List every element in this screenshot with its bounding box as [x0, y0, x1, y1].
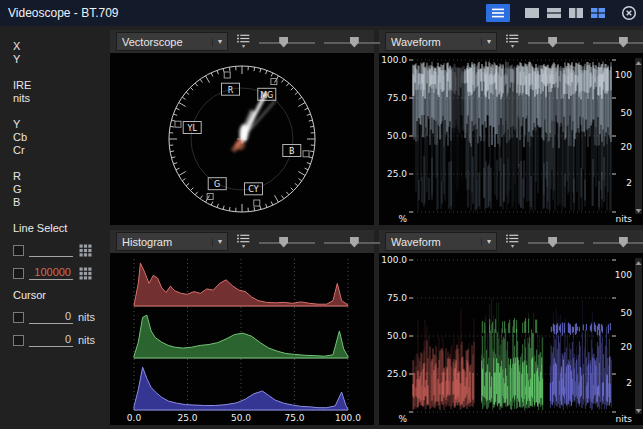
layout-split-vertical-icon	[568, 7, 584, 19]
scope-slider-1[interactable]	[259, 234, 315, 250]
rgb-parade-display: 100.075.050.025.0%10050202nits	[379, 253, 643, 425]
svg-text:50: 50	[621, 108, 633, 118]
waveform-header: Waveform ▾ ▾	[379, 30, 643, 53]
videoscope-window: Videoscope - BT.709	[0, 0, 643, 429]
svg-text:%: %	[398, 214, 407, 224]
scope-type-dropdown[interactable]: Vectorscope ▾	[116, 32, 228, 51]
line-select-grid-button-1[interactable]	[78, 243, 92, 257]
cursor-checkbox-1[interactable]	[13, 312, 24, 323]
titlebar-buttons	[486, 4, 637, 22]
histogram-header: Histogram ▾ ▾	[110, 230, 374, 253]
slider-thumb[interactable]	[279, 237, 288, 248]
cursor-value-2[interactable]: 0	[29, 333, 73, 347]
svg-text:B: B	[289, 147, 295, 156]
layout-single-button[interactable]	[523, 6, 541, 20]
titlebar: Videoscope - BT.709	[0, 0, 643, 26]
panel-vectorscope: Vectorscope ▾ ▾ RMGBCYGYL	[110, 30, 374, 225]
svg-text:75.0: 75.0	[387, 293, 407, 303]
menu-button[interactable]	[486, 4, 510, 22]
slider-thumb[interactable]	[350, 37, 359, 48]
dropdown-label: Waveform	[391, 236, 481, 248]
svg-text:2: 2	[626, 178, 632, 188]
layout-single-icon	[524, 7, 540, 19]
scope-slider-1[interactable]	[259, 34, 315, 50]
cursor-unit-1: nits	[78, 311, 95, 323]
slider-thumb[interactable]	[548, 237, 557, 248]
window-title: Videoscope - BT.709	[8, 6, 486, 20]
svg-text:50.0: 50.0	[387, 131, 407, 141]
label-x: X	[13, 40, 108, 53]
scope-options-button[interactable]: ▾	[506, 234, 519, 249]
line-select-checkbox-2[interactable]	[13, 268, 24, 279]
panel-waveform-parade: Waveform ▾ ▾ 100.075.050.025.0%10050202n…	[379, 230, 643, 425]
svg-text:75.0: 75.0	[284, 413, 304, 423]
svg-text:R: R	[228, 86, 234, 95]
scope-options-button[interactable]: ▾	[237, 34, 250, 49]
line-select-row-2: 100000	[13, 266, 108, 280]
cursor-row-1: 0 nits	[13, 310, 108, 324]
line-select-value-2[interactable]: 100000	[29, 266, 73, 280]
svg-text:100: 100	[615, 70, 632, 80]
waveform-display: 100.075.050.025.0%10050202nits	[379, 53, 643, 225]
label-y: Y	[13, 53, 108, 66]
ycbcr-readout: Y Cb Cr	[13, 118, 108, 157]
svg-text:nits: nits	[616, 214, 633, 224]
scope-slider-1[interactable]	[528, 234, 584, 250]
scope-slider-2[interactable]	[593, 34, 643, 50]
slider-thumb[interactable]	[350, 237, 359, 248]
coordinate-readout: X Y	[13, 40, 108, 66]
chevron-down-icon: ▾	[242, 44, 245, 49]
list-options-icon	[506, 34, 519, 43]
grid-picker-icon	[79, 267, 92, 280]
line-select-grid-button-2[interactable]	[78, 266, 92, 280]
svg-text:100.0: 100.0	[381, 55, 407, 65]
chevron-down-icon: ▾	[481, 38, 491, 46]
label-cr: Cr	[13, 144, 108, 157]
scope-type-dropdown[interactable]: Waveform ▾	[385, 32, 497, 51]
scope-options-button[interactable]: ▾	[506, 34, 519, 49]
layout-button-group	[523, 6, 607, 20]
label-luma: Y	[13, 118, 108, 131]
cursor-unit-2: nits	[78, 334, 95, 346]
scope-slider-2[interactable]	[324, 234, 380, 250]
layout-split-horizontal-button[interactable]	[545, 6, 563, 20]
svg-text:100: 100	[615, 270, 632, 280]
dropdown-label: Histogram	[122, 236, 212, 248]
close-button[interactable]	[621, 5, 637, 21]
line-select-checkbox-1[interactable]	[13, 245, 24, 256]
svg-text:25.0: 25.0	[177, 413, 197, 423]
slider-thumb[interactable]	[548, 37, 557, 48]
cursor-checkbox-2[interactable]	[13, 335, 24, 346]
cursor-row-2: 0 nits	[13, 333, 108, 347]
parade-header: Waveform ▾ ▾	[379, 230, 643, 253]
scope-slider-1[interactable]	[528, 34, 584, 50]
cursor-value-1[interactable]: 0	[29, 310, 73, 324]
slider-thumb[interactable]	[619, 237, 628, 248]
label-b: B	[13, 196, 108, 209]
layout-split-vertical-button[interactable]	[567, 6, 585, 20]
scope-slider-2[interactable]	[324, 34, 380, 50]
slider-thumb[interactable]	[619, 37, 628, 48]
close-icon	[621, 5, 637, 21]
vectorscope-display: RMGBCYGYL	[110, 53, 374, 225]
label-nits: nits	[13, 92, 108, 105]
layout-split-horizontal-icon	[546, 7, 562, 19]
chevron-down-icon: ▾	[242, 244, 245, 249]
layout-grid-button[interactable]	[589, 6, 607, 20]
dropdown-label: Waveform	[391, 36, 481, 48]
scope-slider-2[interactable]	[593, 234, 643, 250]
scope-type-dropdown[interactable]: Waveform ▾	[385, 232, 497, 251]
svg-text:25.0: 25.0	[387, 169, 407, 179]
svg-text:50.0: 50.0	[387, 331, 407, 341]
svg-text:nits: nits	[616, 414, 633, 424]
unit-readout: IRE nits	[13, 79, 108, 105]
svg-text:CY: CY	[248, 185, 258, 194]
scope-options-button[interactable]: ▾	[237, 234, 250, 249]
line-select-title: Line Select	[13, 222, 108, 234]
scope-type-dropdown[interactable]: Histogram ▾	[116, 232, 228, 251]
line-select-value-1[interactable]	[29, 243, 73, 257]
rgb-readout: R G B	[13, 170, 108, 209]
svg-text:%: %	[398, 414, 407, 424]
slider-thumb[interactable]	[279, 37, 288, 48]
layout-grid-icon	[590, 7, 606, 19]
